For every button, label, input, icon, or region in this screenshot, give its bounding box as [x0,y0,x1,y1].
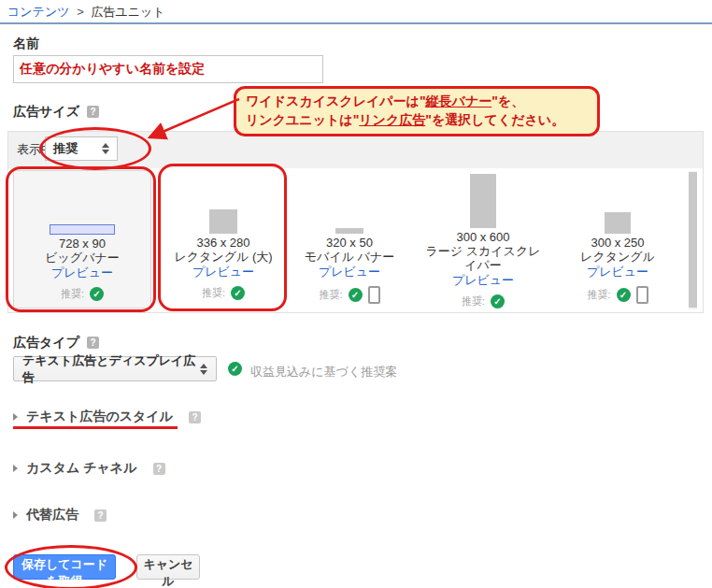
ad-unit-name-input[interactable] [13,55,323,83]
header-divider [0,22,712,24]
green-check-icon [90,287,104,301]
spinner-arrows-icon [102,143,109,154]
spinner-arrows-icon [200,364,207,375]
recommended-row: 推奨: [319,286,379,304]
breadcrumb-current: 広告ユニット [91,5,164,19]
cancel-button[interactable]: キャンセル [136,554,200,580]
ad-type-note: 収益見込みに基づく推奨案 [250,364,397,380]
green-check-icon [228,362,242,376]
section-help-icon[interactable]: ? [94,509,107,522]
expand-triangle-icon [13,511,18,519]
ad-type-dropdown[interactable]: テキスト広告とディスプレイ広告 [13,356,217,381]
annotation-callout: ワイドスカイスクレイパーは"縦長バナー"を、 リンクユニットは"リンク広告"を選… [234,86,600,136]
section-label: 代替広告 [26,507,78,523]
recommended-row: 推奨: [462,294,505,308]
recommended-row: 推奨: [61,287,104,301]
size-name: ビッグバナー [41,251,123,265]
size-dimensions: 728 x 90 [59,237,106,251]
ad-type-value: テキスト広告とディスプレイ広告 [22,352,200,386]
size-name: レクタングル [577,250,659,264]
preview-link[interactable]: プレビュー [452,272,514,288]
green-check-icon [617,288,631,302]
size-name: モバイル バナー [301,250,398,264]
ad-size-card-728x90[interactable]: 728 x 90 ビッグバナー プレビュー 推奨: [13,170,151,308]
expand-triangle-icon [13,465,18,472]
recommended-label: 推奨: [587,288,610,302]
recommended-row: 推奨: [587,286,648,304]
ad-type-label: 広告タイプ [13,335,79,350]
breadcrumb: コンテンツ > 広告ユニット [7,4,165,21]
preview-link[interactable]: プレビュー [192,264,254,280]
size-name: ラージ スカイスクレイパー [421,244,545,272]
size-preview-shape-336x280 [163,170,284,234]
preview-link[interactable]: プレビュー [587,264,648,280]
size-filter-value: 推奨 [53,140,78,157]
size-dimensions: 320 x 50 [326,236,373,250]
ad-size-label: 広告サイズ [13,104,79,119]
size-dimensions: 336 x 280 [196,236,249,250]
ad-size-card-300x600[interactable]: 300 x 600 ラージ スカイスクレイパー プレビュー 推奨: [421,170,545,308]
annotation-underline [13,426,178,429]
save-and-get-code-button[interactable]: 保存してコードを取得 [13,554,116,580]
callout-line-1: ワイドスカイスクレイパーは"縦長バナー"を、 [246,92,590,110]
recommended-label: 推奨: [462,294,485,308]
name-label: 名前 [13,36,39,52]
recommended-label: 推奨: [202,286,225,300]
ad-size-card-320x50[interactable]: 320 x 50 モバイル バナー プレビュー 推奨: [288,170,411,308]
mobile-phone-icon [636,286,648,304]
size-dimensions: 300 x 600 [456,230,509,244]
green-check-icon [491,294,505,308]
ad-size-card-336x280[interactable]: 336 x 280 レクタングル (大) プレビュー 推奨: [163,170,284,308]
section-help-icon[interactable]: ? [189,411,201,423]
section-label: カスタム チャネル [26,460,137,477]
breadcrumb-link-content[interactable]: コンテンツ [7,5,70,19]
callout-line-2: リンクユニットは"リンク広告"を選択してください。 [246,110,590,129]
ad-size-card-300x250[interactable]: 300 x 250 レクタングル プレビュー 推奨: [556,170,679,308]
ad-type-help-icon[interactable]: ? [87,337,99,349]
recommended-label: 推奨: [319,288,342,302]
section-label: テキスト広告のスタイル [26,409,173,425]
ad-type-section-header: 広告タイプ? [13,334,99,351]
section-custom-channels[interactable]: カスタム チャネル ? [13,460,165,477]
green-check-icon [349,288,363,302]
section-text-ad-style[interactable]: テキスト広告のスタイル ? [13,409,201,425]
mobile-phone-icon [368,286,380,304]
ad-size-help-icon[interactable]: ? [87,106,99,118]
recommended-row: 推奨: [202,286,245,300]
preview-link[interactable]: プレビュー [319,264,380,280]
breadcrumb-separator: > [77,5,84,19]
section-backup-ads[interactable]: 代替広告 ? [13,507,107,523]
section-help-icon[interactable]: ? [153,463,165,475]
size-preview-shape-300x600 [421,170,545,228]
recommended-label: 推奨: [61,287,84,301]
size-dimensions: 300 x 250 [591,236,644,250]
expand-triangle-icon [13,413,18,421]
size-name: レクタングル (大) [170,250,276,264]
green-check-icon [231,286,245,300]
size-filter-dropdown[interactable]: 推奨 [45,136,118,161]
ad-unit-form-page: { "breadcrumb": { "link": "コンテンツ", "sepa… [0,0,712,588]
size-preview-shape-728x90 [14,171,150,235]
panel-scrollbar-thumb[interactable] [689,172,697,308]
preview-link[interactable]: プレビュー [51,265,113,280]
ad-size-section-header: 広告サイズ? [13,103,99,121]
size-preview-shape-320x50 [288,170,411,234]
size-preview-shape-300x250 [556,170,679,234]
